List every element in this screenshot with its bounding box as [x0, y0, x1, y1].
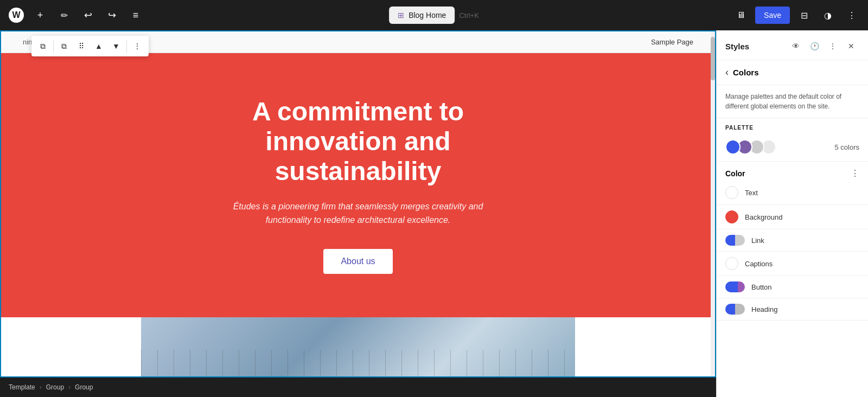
- block-toolbar: ⧉ ⧉ ⠿ ▲ ▼ ⋮: [31, 36, 149, 56]
- color-item-background[interactable]: Background: [717, 205, 868, 229]
- canvas-area: ⧉ ⧉ ⠿ ▲ ▼ ⋮ ning-bb7c24.instawp.xyz Samp…: [0, 30, 716, 397]
- main-layout: ⧉ ⧉ ⠿ ▲ ▼ ⋮ ning-bb7c24.instawp.xyz Samp…: [0, 30, 868, 397]
- button-color-swatch: [725, 281, 745, 292]
- wp-logo-inner: W: [9, 8, 24, 23]
- styles-close-button[interactable]: ✕: [843, 38, 859, 54]
- wp-logo[interactable]: W: [7, 5, 26, 25]
- breadcrumb-group-2[interactable]: Group: [75, 383, 93, 391]
- breadcrumb-sep-2: ›: [68, 383, 71, 391]
- block-more-button[interactable]: ⋮: [129, 38, 145, 54]
- move-down-button[interactable]: ▼: [108, 38, 124, 54]
- monitor-button[interactable]: 🖥: [731, 5, 751, 25]
- copy-block-button[interactable]: ⧉: [35, 38, 51, 54]
- palette-swatch-1: [725, 139, 741, 155]
- styles-history-button[interactable]: 🕐: [806, 38, 822, 54]
- redo-button[interactable]: ↪: [102, 5, 122, 25]
- keyboard-shortcut: Ctrl+K: [459, 11, 478, 20]
- palette-count: 5 colors: [834, 143, 859, 151]
- pen-tool-button[interactable]: ✏: [54, 5, 74, 25]
- palette-row[interactable]: 5 colors: [717, 135, 868, 162]
- color-item-heading[interactable]: Heading: [717, 298, 868, 321]
- website-preview: ning-bb7c24.instawp.xyz Sample Page A co…: [0, 30, 716, 377]
- link-color-label: Link: [751, 236, 764, 245]
- move-up-button[interactable]: ▲: [91, 38, 107, 54]
- toolbar-divider-2: [126, 40, 127, 53]
- color-item-captions[interactable]: Captions: [717, 252, 868, 276]
- sample-page-link[interactable]: Sample Page: [651, 38, 693, 46]
- panel-header: Styles 👁 🕐 ⋮ ✕: [717, 30, 868, 60]
- breadcrumb-template[interactable]: Template: [9, 383, 35, 391]
- undo-button[interactable]: ↩: [78, 5, 98, 25]
- color-item-link[interactable]: Link: [717, 229, 868, 252]
- styles-preview-button[interactable]: 👁: [788, 38, 804, 54]
- toolbar-right: 🖥 Save ⊟ ◑ ⋮: [731, 5, 861, 25]
- heading-color-swatch: [725, 304, 745, 315]
- drag-handle-button[interactable]: ⠿: [73, 38, 90, 54]
- color-item-button[interactable]: Button: [717, 276, 868, 298]
- color-section-more-button[interactable]: ⋮: [851, 168, 859, 178]
- grid-overlay: [141, 350, 575, 377]
- palette-swatches: [725, 139, 773, 155]
- blog-home-button[interactable]: ⊞ Blog Home: [389, 7, 455, 24]
- hero-section: A commitment to innovation and sustainab…: [1, 53, 715, 317]
- canvas-scrollbar[interactable]: [711, 31, 715, 376]
- palette-label: PALETTE: [717, 118, 868, 135]
- add-block-button[interactable]: +: [30, 5, 50, 25]
- hero-subtitle: Études is a pioneering firm that seamles…: [212, 200, 505, 227]
- colors-description: Manage palettes and the default color of…: [717, 85, 868, 118]
- hero-cta-button[interactable]: About us: [323, 249, 392, 274]
- blog-home-icon: ⊞: [398, 11, 404, 20]
- panel-button[interactable]: ⊟: [794, 5, 814, 25]
- panel-title: Styles: [725, 42, 749, 51]
- captions-color-label: Captions: [745, 260, 773, 268]
- preview-nav-links: Sample Page: [651, 38, 693, 46]
- link-color-swatch: [725, 235, 745, 246]
- breadcrumb-sep-1: ›: [40, 383, 42, 391]
- breadcrumb-bar: Template › Group › Group: [0, 377, 716, 397]
- panel-header-icons: 👁 🕐 ⋮ ✕: [788, 38, 859, 54]
- list-view-button[interactable]: ≡: [126, 5, 145, 25]
- styles-more-button[interactable]: ⋮: [825, 38, 841, 54]
- breadcrumb-group-1[interactable]: Group: [46, 383, 64, 391]
- text-color-label: Text: [745, 189, 758, 197]
- scrollbar-thumb: [711, 37, 715, 80]
- architecture-image-section: [1, 317, 715, 377]
- colors-title: Colors: [733, 68, 759, 77]
- toolbar-divider: [53, 40, 54, 53]
- button-color-label: Button: [751, 283, 772, 291]
- color-section-title: Color: [725, 169, 745, 178]
- captions-color-swatch: [725, 257, 738, 270]
- blog-home-label: Blog Home: [409, 11, 446, 20]
- architecture-image: [141, 317, 575, 377]
- right-panel: Styles 👁 🕐 ⋮ ✕ ‹ Colors Manage palettes …: [716, 30, 868, 397]
- more-options-button[interactable]: ⋮: [842, 5, 861, 25]
- toolbar-center: ⊞ Blog Home Ctrl+K: [389, 7, 479, 24]
- background-color-label: Background: [745, 213, 782, 221]
- colors-header: ‹ Colors: [717, 60, 868, 85]
- save-button[interactable]: Save: [755, 7, 790, 24]
- heading-color-label: Heading: [751, 305, 777, 313]
- hero-title: A commitment to innovation and sustainab…: [190, 97, 526, 187]
- back-button[interactable]: ‹: [725, 67, 729, 78]
- color-item-text[interactable]: Text: [717, 181, 868, 205]
- top-toolbar: W + ✏ ↩ ↪ ≡ ⊞ Blog Home Ctrl+K 🖥 Save ⊟ …: [0, 0, 868, 30]
- color-section-header: Color ⋮: [717, 162, 868, 181]
- duplicate-block-button[interactable]: ⧉: [56, 38, 72, 54]
- background-color-swatch: [725, 210, 738, 223]
- text-color-swatch: [725, 186, 738, 199]
- theme-button[interactable]: ◑: [818, 5, 838, 25]
